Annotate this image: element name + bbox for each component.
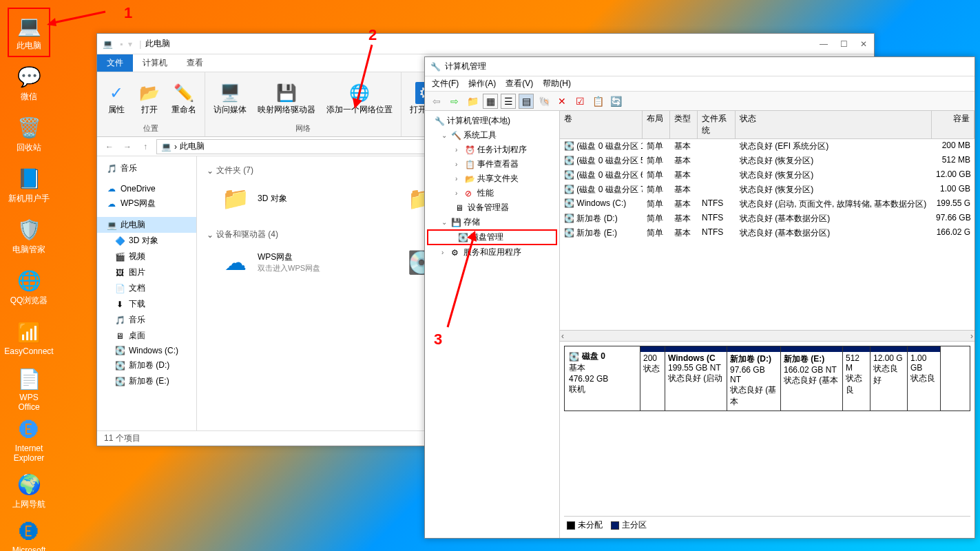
desktop-icon-wechat[interactable]: 💬微信: [8, 59, 50, 107]
tree-eventvwr[interactable]: ›📋事件查看器: [425, 157, 559, 171]
volume-row[interactable]: 💽 Windows (C:)简单基本NTFS状态良好 (启动, 页面文件, 故障…: [560, 197, 974, 211]
ribbon-properties[interactable]: ✓属性: [101, 75, 132, 122]
tab-computer[interactable]: 计算机: [133, 54, 177, 72]
tree-storage[interactable]: ⌄💾存储: [425, 215, 559, 229]
nav-downloads[interactable]: ⬇下载: [97, 296, 196, 312]
ribbon-media[interactable]: 🖥️访问媒体: [209, 75, 251, 122]
tb-help[interactable]: 🐚: [536, 94, 552, 109]
col-volume[interactable]: 卷: [560, 111, 643, 138]
tb-view1[interactable]: ▦: [483, 94, 498, 109]
nav-docs[interactable]: 📄文档: [97, 280, 196, 296]
ribbon-rename[interactable]: ✏️重命名: [167, 75, 200, 122]
compmgmt-window: 🔧 计算机管理 文件(F) 操作(A) 查看(V) 帮助(H) ⇦ ⇨ 📁 ▦ …: [424, 56, 975, 539]
desktop-icon-easyconnect[interactable]: 📶EasyConnect: [8, 314, 50, 362]
svg-line-2: [357, 45, 372, 103]
disk-partition[interactable]: 新加卷 (E:)166.02 GB NT状态良好 (基本: [781, 346, 843, 410]
tab-file[interactable]: 文件: [97, 54, 133, 72]
disk-partition[interactable]: 12.00 G状态良好: [870, 346, 908, 410]
nav-drive-e[interactable]: 💽新加卷 (E:): [97, 373, 196, 389]
nav-drive-c[interactable]: 💽Windows (C:): [97, 344, 196, 357]
desktop-icon-pcmanager[interactable]: 🛡️电脑管家: [8, 212, 50, 260]
volume-scrollbar[interactable]: ‹›: [560, 330, 974, 341]
tab-view[interactable]: 查看: [177, 54, 213, 72]
annotation-1: 1: [124, 4, 132, 22]
menu-action[interactable]: 操作(A): [468, 78, 496, 90]
menu-file[interactable]: 文件(F): [432, 78, 459, 90]
ribbon-open[interactable]: 📂打开: [134, 75, 165, 122]
desktop-icon-this-pc[interactable]: 💻此电脑: [8, 8, 50, 56]
tree-devmgr[interactable]: 🖥设备管理器: [425, 200, 559, 215]
tb-view3[interactable]: ▤: [519, 94, 534, 109]
tb-view2[interactable]: ☰: [501, 94, 516, 109]
col-layout[interactable]: 布局: [643, 111, 670, 138]
desktop-icon-edge[interactable]: 🅔Microsoft Edge: [8, 518, 50, 551]
nav-wps[interactable]: ☁WPS网盘: [97, 196, 196, 211]
col-capacity[interactable]: 容量: [932, 111, 974, 138]
volume-row[interactable]: 💽 (磁盘 0 磁盘分区 6)简单基本状态良好 (恢复分区)12.00 GB: [560, 168, 974, 183]
menu-help[interactable]: 帮助(H): [543, 78, 571, 90]
volume-row[interactable]: 💽 (磁盘 0 磁盘分区 1)简单基本状态良好 (EFI 系统分区)200 MB: [560, 139, 974, 154]
disk-partition[interactable]: 512 M状态良: [843, 346, 870, 410]
maximize-button[interactable]: ☐: [839, 39, 848, 49]
disk-partition[interactable]: 新加卷 (D:)97.66 GB NT状态良好 (基本: [727, 346, 781, 410]
tree-perf[interactable]: ›⊘性能: [425, 186, 559, 200]
desktop-icon-ie[interactable]: 🅔Internet Explorer: [8, 416, 50, 464]
volume-row[interactable]: 💽 (磁盘 0 磁盘分区 5)简单基本状态良好 (恢复分区)512 MB: [560, 154, 974, 168]
compmgmt-title-text: 计算机管理: [445, 61, 486, 72]
tb-list[interactable]: 📋: [590, 94, 605, 109]
tree-tasksch[interactable]: ›⏰任务计划程序: [425, 143, 559, 157]
ribbon-mapdrive[interactable]: 💾映射网络驱动器: [253, 75, 320, 122]
tb-back[interactable]: ⇦: [429, 94, 444, 109]
tree-systools[interactable]: ⌄🔨系统工具: [425, 128, 559, 143]
col-type[interactable]: 类型: [670, 111, 698, 138]
tb-refresh[interactable]: 🔄: [608, 94, 623, 109]
annotation-arrow-3: [441, 231, 482, 334]
nav-videos[interactable]: 🎬视频: [97, 249, 196, 264]
nav-onedrive[interactable]: ☁OneDrive: [97, 182, 196, 196]
disk-row-0[interactable]: 💽磁盘 0 基本 476.92 GB 联机 200状态Windows (C199…: [564, 346, 970, 411]
tb-forward[interactable]: ⇨: [447, 94, 462, 109]
svg-marker-3: [353, 98, 362, 109]
close-button[interactable]: ✕: [859, 39, 868, 49]
item-3dobjects[interactable]: 📁3D 对象: [216, 179, 382, 218]
nav-forward[interactable]: →: [121, 142, 134, 152]
nav-desktop[interactable]: 🖥桌面: [97, 328, 196, 344]
tree-root[interactable]: 🔧计算机管理(本地): [425, 114, 559, 128]
nav-drive-d[interactable]: 💽新加卷 (D:): [97, 357, 196, 373]
explorer-titlebar[interactable]: 💻 ▪ ▾ | 此电脑 — ☐ ✕: [97, 34, 874, 54]
desktop-icon-wps[interactable]: 📄WPS Office: [8, 365, 50, 413]
compmgmt-menu: 文件(F) 操作(A) 查看(V) 帮助(H): [425, 76, 974, 92]
tb-up[interactable]: 📁: [465, 94, 480, 109]
ribbon-group-location: 位置: [143, 123, 158, 134]
col-fs[interactable]: 文件系统: [698, 111, 736, 138]
menu-view[interactable]: 查看(V): [505, 78, 533, 90]
tree-shared[interactable]: ›📂共享文件夹: [425, 171, 559, 186]
nav-music[interactable]: 🎵音乐: [97, 160, 196, 176]
disk-panel: 💽磁盘 0 基本 476.92 GB 联机 200状态Windows (C199…: [560, 342, 974, 538]
desktop-icon-newuser[interactable]: 📘新机用户手: [8, 161, 50, 209]
desktop-icon-recycle[interactable]: 🗑️回收站: [8, 110, 50, 158]
nav-back[interactable]: ←: [103, 142, 116, 152]
nav-up[interactable]: ↑: [138, 142, 152, 152]
desktop-icon-webnav[interactable]: 🌍上网导航: [8, 467, 50, 515]
item-wps[interactable]: ☁WPS网盘双击进入WPS网盘: [216, 243, 382, 282]
compmgmt-titlebar[interactable]: 🔧 计算机管理: [425, 57, 974, 76]
nav-music2[interactable]: 🎵音乐: [97, 312, 196, 328]
nav-pictures[interactable]: 🖼图片: [97, 264, 196, 280]
tb-delete[interactable]: ✕: [554, 94, 570, 109]
desktop-icon-qqbrowser[interactable]: 🌐QQ浏览器: [8, 263, 50, 311]
desktop-icons: 💻此电脑 💬微信 🗑️回收站 📘新机用户手 🛡️电脑管家 🌐QQ浏览器 📶Eas…: [7, 7, 96, 551]
svg-marker-1: [47, 18, 56, 26]
tb-check[interactable]: ☑: [572, 94, 587, 109]
volume-row[interactable]: 💽 (磁盘 0 磁盘分区 7)简单基本状态良好 (恢复分区)1.00 GB: [560, 183, 974, 197]
minimize-button[interactable]: —: [819, 39, 828, 49]
disk-partition[interactable]: Windows (C199.55 GB NT状态良好 (启动: [665, 346, 727, 410]
nav-thispc[interactable]: 💻此电脑: [97, 217, 196, 233]
volume-table-head: 卷 布局 类型 文件系统 状态 容量: [560, 111, 974, 139]
volume-row[interactable]: 💽 新加卷 (D:)简单基本NTFS状态良好 (基本数据分区)97.66 GB: [560, 211, 974, 226]
nav-3dobjects[interactable]: 🔷3D 对象: [97, 233, 196, 249]
disk-partition[interactable]: 200状态: [640, 346, 665, 410]
volume-row[interactable]: 💽 新加卷 (E:)简单基本NTFS状态良好 (基本数据分区)166.02 G: [560, 226, 974, 240]
col-status[interactable]: 状态: [736, 111, 932, 138]
disk-partition[interactable]: 1.00 GB状态良: [908, 346, 941, 410]
